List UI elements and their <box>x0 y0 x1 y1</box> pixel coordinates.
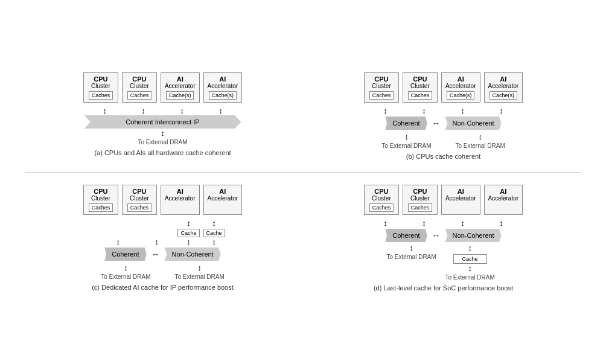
node-cpu2-d: CPU Cluster Caches <box>403 185 438 215</box>
dram-right-c: To External DRAM <box>175 273 225 280</box>
dram-left-d: To External DRAM <box>386 254 436 260</box>
noncoherent-banner-d: Non-Coherent <box>445 229 502 242</box>
node-ai1-c: AI Accelerator <box>161 185 200 215</box>
horizontal-divider <box>25 172 581 173</box>
coherent-banner-d: Coherent <box>385 229 427 242</box>
dram-right-b: To External DRAM <box>456 142 505 149</box>
caption-a: (a) CPUs and AIs all hardware cache cohe… <box>94 149 231 156</box>
caption-b: (b) CPUs cache coherent <box>406 153 481 160</box>
node-ai1-a: AI Accelerator Cache(s) <box>161 72 200 103</box>
nodes-row-c: CPU Cluster Caches CPU Cluster Caches AI… <box>83 185 242 215</box>
nodes-row-a: CPU Cluster Caches CPU Cluster Caches AI… <box>83 72 242 103</box>
diagram-c: CPU Cluster Caches CPU Cluster Caches AI… <box>25 185 300 292</box>
nodes-row-b: CPU Cluster Caches CPU Cluster Caches AI… <box>364 72 523 103</box>
diagram-a: CPU Cluster Caches CPU Cluster Caches AI… <box>25 72 300 160</box>
dram-label-a: To External DRAM <box>138 139 187 145</box>
diagram-b: CPU Cluster Caches CPU Cluster Caches AI… <box>306 72 581 160</box>
banner-row-d: Coherent ↔ Non-Coherent <box>385 229 501 242</box>
caption-c: (c) Dedicated AI cache for IP performanc… <box>92 284 234 291</box>
noncoherent-banner-b: Non-Coherent <box>445 117 502 130</box>
llc-cache-d: Cache <box>453 254 487 264</box>
diagram-d: CPU Cluster Caches CPU Cluster Caches AI… <box>306 185 581 292</box>
coherent-banner-b: Coherent <box>385 117 427 130</box>
node-cpu1-b: CPU Cluster Caches <box>364 72 399 103</box>
ai-cache-c: Cache <box>177 229 199 237</box>
node-cpu2-a: CPU Cluster Caches <box>122 72 157 103</box>
node-ai2-b: AI Accelerator Cache(s) <box>484 72 523 103</box>
node-cpu1-d: CPU Cluster Caches <box>364 185 399 215</box>
interconnect-banner-a: Coherent Interconnect IP <box>85 115 241 129</box>
dram-left-b: To External DRAM <box>381 142 431 149</box>
arrows-to-interconnect-a: ↕ ↕ ↕ ↕ <box>88 106 238 115</box>
ai-cache2-c: Cache <box>203 229 225 237</box>
node-ai1-d: AI Accelerator <box>441 185 480 215</box>
node-cpu1-c: CPU Cluster Caches <box>83 185 118 215</box>
nodes-row-d: CPU Cluster Caches CPU Cluster Caches AI… <box>364 185 523 215</box>
node-ai2-a: AI Accelerator Cache(s) <box>203 72 243 103</box>
node-ai2-d: AI Accelerator <box>484 185 523 215</box>
dram-left-c: To External DRAM <box>101 273 150 280</box>
banner-row-b: Coherent ↔ Non-Coherent <box>385 117 501 130</box>
dram-right-d: To External DRAM <box>445 274 495 281</box>
node-ai1-b: AI Accelerator Cache(s) <box>441 72 480 103</box>
node-ai2-c: AI Accelerator <box>203 185 243 215</box>
node-cpu2-b: CPU Cluster Caches <box>403 72 438 103</box>
node-cpu2-c: CPU Cluster Caches <box>122 185 157 215</box>
banner-row-c: Coherent ↔ Non-Coherent <box>104 247 220 261</box>
node-cpu1-a: CPU Cluster Caches <box>83 72 118 103</box>
noncoherent-banner-c: Non-Coherent <box>165 247 221 261</box>
coherent-banner-c: Coherent <box>104 247 146 261</box>
main-container: CPU Cluster Caches CPU Cluster Caches AI… <box>13 60 593 304</box>
caption-d: (d) Last-level cache for SoC performance… <box>374 284 513 292</box>
